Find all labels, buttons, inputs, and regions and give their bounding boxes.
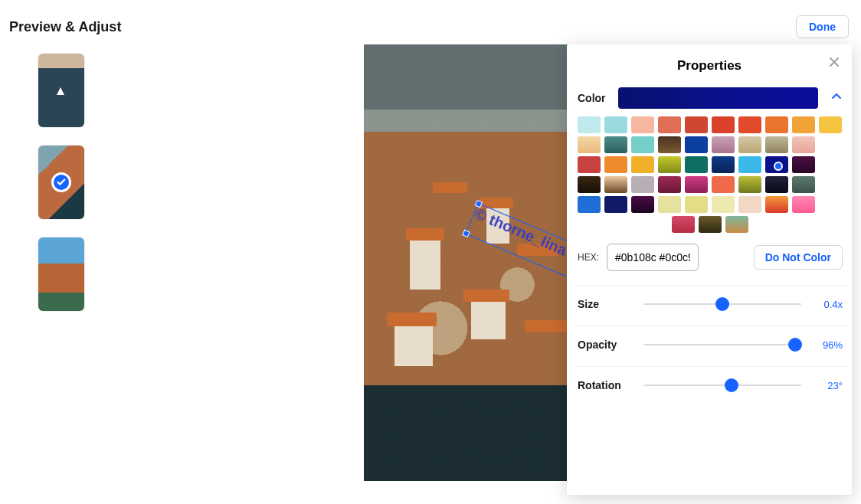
color-swatch[interactable]	[765, 176, 788, 193]
hex-input[interactable]	[607, 244, 699, 271]
color-swatch[interactable]	[792, 136, 815, 153]
color-swatch[interactable]	[765, 156, 788, 173]
thumbnail-1[interactable]	[38, 146, 84, 219]
do-not-color-button[interactable]: Do Not Color	[754, 245, 843, 270]
color-swatch[interactable]	[578, 136, 601, 153]
color-swatch[interactable]	[604, 196, 627, 213]
color-swatch[interactable]	[658, 176, 681, 193]
color-swatch[interactable]	[578, 116, 601, 133]
color-preview[interactable]	[618, 87, 818, 109]
size-section: Size 0.4x	[576, 285, 847, 326]
color-swatch[interactable]	[712, 176, 735, 193]
color-swatch[interactable]	[631, 176, 654, 193]
rotation-section: Rotation 23°	[576, 366, 847, 407]
chevron-up-icon[interactable]	[830, 90, 843, 106]
color-swatch[interactable]	[672, 216, 695, 233]
color-swatch[interactable]	[685, 136, 708, 153]
watermark-text: © thorne_lina	[473, 205, 570, 258]
properties-panel: Properties Color HEX: Do Not Color	[567, 44, 852, 495]
close-icon[interactable]	[827, 55, 841, 73]
opacity-knob[interactable]	[788, 338, 802, 352]
color-swatch[interactable]	[792, 156, 815, 173]
rotation-slider[interactable]	[643, 378, 801, 393]
color-swatch[interactable]	[738, 196, 761, 213]
color-swatch[interactable]	[792, 176, 815, 193]
thumbnail-0[interactable]	[38, 54, 84, 127]
color-swatch[interactable]	[765, 116, 788, 133]
color-swatch[interactable]	[792, 116, 815, 133]
color-swatch[interactable]	[765, 196, 788, 213]
color-swatch[interactable]	[658, 136, 681, 153]
opacity-label: Opacity	[578, 339, 631, 351]
color-swatch[interactable]	[738, 156, 761, 173]
rotation-value: 23°	[814, 380, 843, 391]
resize-handle-sw[interactable]	[462, 230, 470, 237]
color-swatch[interactable]	[712, 156, 735, 173]
properties-title: Properties	[677, 58, 742, 73]
color-swatch[interactable]	[578, 156, 601, 173]
color-swatch[interactable]	[819, 116, 842, 133]
color-swatch[interactable]	[578, 176, 601, 193]
color-swatch[interactable]	[685, 116, 708, 133]
color-swatch[interactable]	[738, 116, 761, 133]
color-swatch[interactable]	[792, 196, 815, 213]
opacity-section: Opacity 96%	[576, 326, 847, 366]
color-swatch[interactable]	[658, 116, 681, 133]
thumbnail-list	[0, 44, 123, 504]
opacity-slider[interactable]	[643, 337, 801, 352]
color-swatch[interactable]	[604, 136, 627, 153]
color-swatch[interactable]	[765, 136, 788, 153]
size-label: Size	[578, 298, 631, 310]
swatch-grid	[578, 116, 843, 233]
color-swatch[interactable]	[685, 176, 708, 193]
color-swatch[interactable]	[604, 116, 627, 133]
opacity-value: 96%	[814, 339, 843, 351]
color-swatch[interactable]	[685, 196, 708, 213]
color-swatch[interactable]	[631, 196, 654, 213]
color-swatch[interactable]	[712, 136, 735, 153]
color-swatch[interactable]	[604, 176, 627, 193]
color-swatch[interactable]	[738, 176, 761, 193]
color-label: Color	[578, 92, 606, 104]
size-value: 0.4x	[814, 299, 843, 310]
color-swatch[interactable]	[631, 136, 654, 153]
rotation-knob[interactable]	[725, 378, 738, 392]
thumbnail-2[interactable]	[38, 237, 84, 311]
rotation-label: Rotation	[578, 379, 631, 391]
selected-check-icon	[51, 172, 71, 192]
page-title: Preview & Adjust	[9, 19, 121, 35]
color-swatch[interactable]	[578, 196, 601, 213]
color-swatch[interactable]	[631, 156, 654, 173]
color-swatch[interactable]	[725, 216, 748, 233]
color-section: Color HEX: Do Not Color	[576, 84, 847, 285]
color-swatch[interactable]	[631, 116, 654, 133]
color-swatch[interactable]	[712, 116, 735, 133]
color-swatch[interactable]	[658, 196, 681, 213]
done-button[interactable]: Done	[796, 15, 849, 38]
color-swatch[interactable]	[685, 156, 708, 173]
color-swatch[interactable]	[738, 136, 761, 153]
color-swatch[interactable]	[699, 216, 722, 233]
size-slider[interactable]	[643, 296, 801, 312]
color-swatch[interactable]	[604, 156, 627, 173]
size-knob[interactable]	[715, 297, 729, 311]
color-swatch[interactable]	[712, 196, 735, 213]
hex-label: HEX:	[578, 252, 599, 263]
color-swatch[interactable]	[658, 156, 681, 173]
